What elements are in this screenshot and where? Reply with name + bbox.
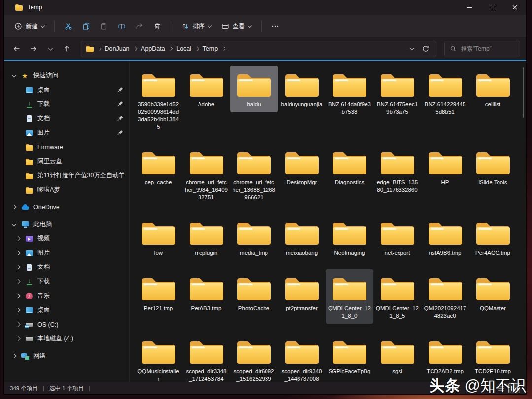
close-button[interactable] — [503, 0, 526, 15]
address-dropdown-icon[interactable] — [410, 46, 415, 51]
folder-tile[interactable]: scoped_dir6092_1516252939 — [230, 332, 278, 382]
sidebar-item[interactable]: 文档 — [4, 111, 129, 126]
folder-tile[interactable]: SGPicFaceTpBq — [326, 332, 373, 379]
folder-tile[interactable]: scoped_dir9340_1446737008 — [278, 332, 326, 382]
expander-chevron-right-icon[interactable] — [10, 354, 17, 358]
expander-chevron-right-icon[interactable] — [14, 323, 21, 326]
folder-tile[interactable]: iSlide Tools — [469, 143, 517, 190]
copy-button[interactable] — [78, 19, 95, 33]
sidebar-item[interactable]: 下载 — [4, 97, 129, 111]
sidebar-item[interactable]: Firmware — [4, 140, 129, 154]
expander-chevron-right-icon[interactable] — [14, 280, 21, 283]
expander-chevron-down-icon[interactable] — [10, 224, 17, 226]
sidebar-item[interactable]: OS (C:) — [4, 317, 129, 332]
sidebar-item[interactable]: 第11计打造年产值30万全自动羊毛收割机 — [4, 168, 129, 183]
folder-tile[interactable]: PerAB3.tmp — [182, 269, 230, 316]
sidebar-item[interactable]: OneDrive — [4, 200, 129, 214]
folder-tile[interactable]: QMI20210924174823ac0 — [421, 269, 469, 324]
folder-tile[interactable]: chrome_url_fetcher_9984_1640932751 — [182, 143, 230, 205]
folder-tile[interactable]: 3590b339e1d5202500998614dd3da52b4bb13845 — [134, 66, 182, 134]
folder-tile[interactable]: BNZ.6142294455d8b51 — [421, 66, 469, 120]
sidebar-item[interactable]: 视频 — [4, 232, 129, 246]
folder-tile[interactable]: chrome_url_fetcher_13688_1268966621 — [230, 143, 278, 205]
forward-button[interactable] — [27, 41, 40, 56]
folder-tile[interactable]: celllist — [469, 66, 517, 112]
folder-tile[interactable]: sgsi — [373, 332, 421, 379]
folder-tile[interactable]: BNZ.61475eec19b73a75 — [373, 66, 421, 120]
explorer-window: Temp 新建 — [4, 0, 526, 394]
expander-chevron-right-icon[interactable] — [14, 251, 21, 255]
expander-chevron-down-icon[interactable] — [10, 75, 17, 77]
folder-tile[interactable]: QQMaster — [469, 269, 517, 316]
refresh-icon[interactable] — [422, 45, 430, 53]
expander-chevron-right-icon[interactable] — [14, 237, 21, 240]
delete-button[interactable] — [149, 19, 166, 33]
sidebar-item[interactable]: 桌面 — [4, 303, 129, 317]
folder-tile[interactable]: baidu — [230, 66, 278, 112]
sort-button[interactable]: 排序 — [177, 19, 216, 34]
folder-tile[interactable]: Adobe — [182, 66, 230, 112]
more-button[interactable] — [267, 19, 284, 33]
sidebar-item[interactable]: 网络 — [4, 349, 129, 363]
folder-tile[interactable]: TCD2E10.tmp — [469, 332, 517, 379]
sidebar-item[interactable]: 下载 — [4, 274, 129, 289]
folder-tile[interactable]: DesktopMgr — [278, 143, 326, 190]
folder-tile[interactable]: cep_cache — [134, 143, 182, 190]
expander-chevron-right-icon[interactable] — [14, 266, 21, 269]
rename-button[interactable] — [113, 19, 130, 33]
folder-tile[interactable]: nsfA9B6.tmp — [421, 214, 469, 261]
expander-chevron-right-icon[interactable] — [10, 205, 17, 209]
folder-tile[interactable]: mcplugin — [182, 214, 230, 261]
expander-chevron-right-icon[interactable] — [14, 337, 21, 340]
up-button[interactable] — [60, 41, 74, 56]
folder-tile[interactable]: NeoImaging — [326, 214, 373, 261]
sidebar-item[interactable]: 桌面 — [4, 83, 129, 97]
recent-locations-button[interactable] — [43, 41, 57, 56]
folder-tile[interactable]: QMDLCenter_121_8_5 — [373, 269, 421, 324]
minimize-button[interactable] — [458, 0, 481, 15]
folder-tile[interactable]: QQMusicInstaller — [134, 332, 182, 382]
folder-tile[interactable]: media_tmp — [230, 214, 278, 261]
sidebar-item[interactable]: 本地磁盘 (Z:) — [4, 332, 129, 346]
folder-name: BNZ.6142294455d8b51 — [424, 101, 466, 116]
expander-chevron-right-icon[interactable] — [14, 294, 21, 298]
folder-tile[interactable]: Diagnostics — [326, 143, 373, 190]
folder-tile[interactable]: HP — [421, 143, 469, 190]
sidebar-item[interactable]: 哆啦A梦 — [4, 183, 129, 197]
folder-tile[interactable]: edge_BITS_13580_1176332860 — [373, 143, 421, 198]
folder-tile[interactable]: TCD2AD2.tmp — [421, 332, 469, 379]
back-button[interactable] — [10, 41, 24, 56]
cut-button[interactable] — [60, 19, 77, 33]
sidebar-item[interactable]: 此电脑 — [4, 217, 129, 232]
expander-chevron-right-icon[interactable] — [14, 308, 21, 312]
folder-tile[interactable]: pt2pttransfer — [278, 269, 326, 316]
folder-tile[interactable]: baiduyunguanjia — [278, 66, 326, 112]
search-box[interactable]: 搜索"Temp" — [444, 41, 520, 57]
folder-tile[interactable]: PhotoCache — [230, 269, 278, 316]
sidebar-item[interactable]: 阿里云盘 — [4, 154, 129, 168]
address-box[interactable]: DonJuanAppDataLocalTemp — [81, 41, 436, 57]
sidebar-item[interactable]: 文档 — [4, 260, 129, 274]
sidebar-item[interactable]: 音乐 — [4, 289, 129, 303]
sidebar-item[interactable]: 快速访问 — [4, 68, 129, 83]
breadcrumb-item[interactable]: AppData — [141, 45, 165, 52]
paste-button[interactable] — [96, 19, 112, 33]
sidebar-item[interactable]: 图片 — [4, 246, 129, 260]
breadcrumb-item[interactable]: Local — [176, 45, 191, 52]
sidebar-item[interactable]: 图片 — [4, 126, 129, 140]
folder-tile[interactable]: Per4ACC.tmp — [469, 214, 517, 261]
folder-tile[interactable]: meixiaobang — [278, 214, 326, 261]
folder-tile[interactable]: Per121.tmp — [134, 269, 182, 316]
view-button[interactable]: 查看 — [217, 19, 256, 34]
new-button[interactable]: 新建 — [10, 19, 49, 34]
folder-tile[interactable]: scoped_dir3348_1712453784 — [182, 332, 230, 382]
share-button[interactable] — [131, 19, 148, 33]
folder-tile[interactable]: net-export — [373, 214, 421, 261]
vertical-scrollbar[interactable] — [523, 67, 524, 118]
maximize-button[interactable] — [481, 0, 503, 15]
folder-tile[interactable]: QMDLCenter_121_8_0 — [326, 269, 373, 324]
folder-tile[interactable]: low — [134, 214, 182, 261]
breadcrumb-item[interactable]: DonJuan — [105, 45, 130, 52]
breadcrumb-item[interactable]: Temp — [203, 45, 218, 52]
folder-tile[interactable]: BNZ.614da0f9e3b7538 — [326, 66, 373, 120]
